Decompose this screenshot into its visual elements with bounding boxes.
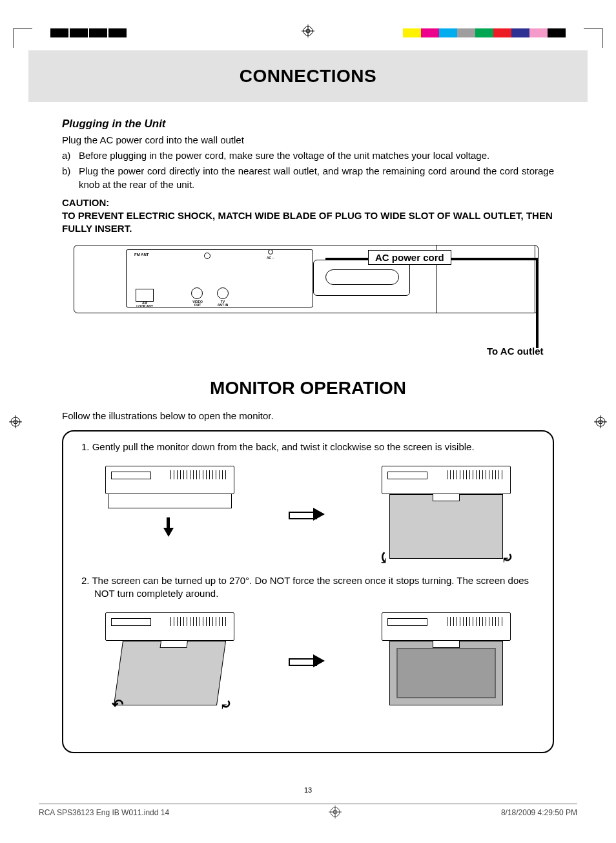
video-out-label: VIDEO OUT xyxy=(189,300,207,307)
tv-ant-label: TV ANT IN xyxy=(213,300,232,307)
ac-cord-callout: AC power cord xyxy=(368,250,451,265)
list-label: b) xyxy=(62,165,79,191)
section-title: MONITOR OPERATION xyxy=(28,378,588,399)
rear-panel-diagram: FM ANT AM LOOP ANT VIDEO OUT TV ANT IN A… xyxy=(74,242,554,359)
caution-text: TO PREVENT ELECTRIC SHOCK, MATCH WIDE BL… xyxy=(62,209,554,236)
registration-target-icon xyxy=(329,806,342,818)
ac-inlet-label: AC ~ xyxy=(267,256,274,260)
registration-target-icon xyxy=(302,25,314,37)
print-registration-top xyxy=(0,13,616,36)
monitor-steps-box: 1. Gently pull the monitor down from the… xyxy=(62,430,554,753)
list-label: a) xyxy=(62,149,79,162)
am-loop-socket-icon xyxy=(136,289,154,302)
rear-panel-connector-area: FM ANT AM LOOP ANT VIDEO OUT TV ANT IN xyxy=(126,249,313,307)
tv-ant-jack-icon xyxy=(217,287,229,299)
screw-icon xyxy=(204,253,210,259)
fm-ant-label: FM ANT xyxy=(134,253,149,256)
step-text-line1: 2. The screen can be turned up to 270°. … xyxy=(81,575,529,586)
color-bars-icon xyxy=(403,28,566,37)
device-screen-front-illustration xyxy=(375,612,517,709)
list-text: Plug the power cord directly into the ne… xyxy=(79,165,554,191)
caution-label: CAUTION: xyxy=(62,196,554,209)
to-ac-outlet-label: To AC outlet xyxy=(487,346,543,357)
caution-block: CAUTION: TO PREVENT ELECTRIC SHOCK, MATC… xyxy=(62,196,554,236)
subheading: Plugging in the Unit xyxy=(62,118,554,130)
step-text: 2. The screen can be turned up to 270°. … xyxy=(75,574,541,599)
illustration-row: ⤹ ⤾ xyxy=(75,459,541,569)
rear-panel-outline: FM ANT AM LOOP ANT VIDEO OUT TV ANT IN A… xyxy=(74,245,539,313)
registration-target-icon xyxy=(594,415,607,428)
device-screen-side-illustration: ↶ ⤾ xyxy=(99,612,241,709)
ac-cord-line xyxy=(536,258,539,348)
arrow-right-icon xyxy=(289,506,327,522)
slug-datetime: 8/18/2009 4:29:50 PM xyxy=(501,808,577,818)
rotate-cw-icon: ⤾ xyxy=(502,550,517,565)
registration-target-icon xyxy=(9,415,22,428)
section-title-band: CONNECTIONS xyxy=(28,50,588,102)
step-text-line2: NOT turn completely around. xyxy=(81,587,541,600)
am-loop-label: AM LOOP ANT xyxy=(132,302,158,308)
ordered-list: a) Before plugging in the power cord, ma… xyxy=(62,149,554,191)
video-out-jack-icon xyxy=(191,287,203,299)
intro-text: Plug the AC power cord into the wall out… xyxy=(62,134,554,145)
page-content: CONNECTIONS Plugging in the Unit Plug th… xyxy=(28,41,588,804)
list-item: a) Before plugging in the power cord, ma… xyxy=(62,149,554,162)
cord-storage-icon xyxy=(313,260,410,296)
ac-inlet-icon xyxy=(268,249,273,255)
rotate-ccw-icon: ⤹ xyxy=(378,550,393,565)
page-number: 13 xyxy=(0,786,616,794)
list-item: b) Plug the power cord directly into the… xyxy=(62,165,554,191)
panel-seam xyxy=(535,245,535,313)
rotate-cw-icon: ⤾ xyxy=(220,696,236,712)
slug-line: RCA SPS36123 Eng IB W011.indd 14 8/18/20… xyxy=(39,804,577,818)
black-bars-icon xyxy=(50,28,128,37)
step-text: 1. Gently pull the monitor down from the… xyxy=(75,441,541,453)
list-text: Before plugging in the power cord, make … xyxy=(79,149,489,162)
arrow-right-icon xyxy=(289,653,327,669)
connections-content: Plugging in the Unit Plug the AC power c… xyxy=(28,102,588,359)
page-title: CONNECTIONS xyxy=(240,66,376,87)
slug-filename: RCA SPS36123 Eng IB W011.indd 14 xyxy=(39,808,169,818)
arrow-down-icon xyxy=(163,517,174,537)
rotate-ccw-icon: ↶ xyxy=(112,696,127,712)
device-screen-back-illustration: ⤹ ⤾ xyxy=(375,466,517,563)
illustration-row: ↶ ⤾ xyxy=(75,606,541,716)
device-closed-illustration xyxy=(99,466,241,563)
instruction-text: Follow the illustrations below to open t… xyxy=(62,410,554,421)
